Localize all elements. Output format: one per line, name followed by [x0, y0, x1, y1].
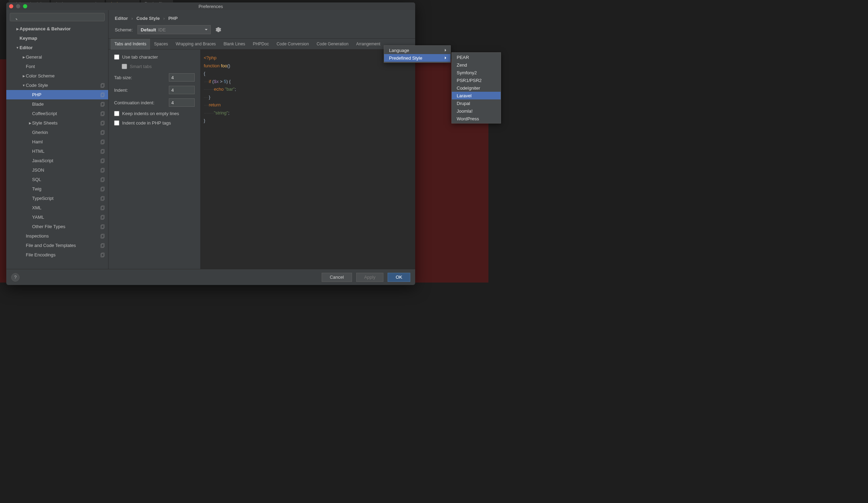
- copy-icon: [100, 130, 105, 135]
- copy-icon: [100, 234, 105, 239]
- continuation-indent-input[interactable]: [169, 98, 195, 107]
- use-tab-checkbox[interactable]: [114, 54, 119, 60]
- cancel-button[interactable]: Cancel: [322, 273, 352, 282]
- sidebar-item-keymap[interactable]: Keymap: [6, 33, 108, 43]
- smart-tabs-label: Smart tabs: [130, 64, 152, 69]
- tab-tabs-and-indents[interactable]: Tabs and Indents: [111, 39, 150, 50]
- chevron-right-icon: ▶: [22, 74, 26, 78]
- scheme-label: Scheme:: [115, 27, 133, 32]
- copy-icon: [100, 121, 105, 126]
- menu-item-laravel[interactable]: Laravel: [452, 92, 501, 99]
- sidebar-item-coffeescript[interactable]: CoffeeScript: [6, 109, 108, 118]
- copy-icon: [100, 102, 105, 107]
- gear-icon[interactable]: [216, 27, 221, 32]
- apply-button[interactable]: Apply: [356, 273, 384, 282]
- menu-item-joomla-[interactable]: Joomla!: [452, 107, 501, 115]
- sidebar-item-appearance-behavior[interactable]: ▶Appearance & Behavior: [6, 24, 108, 33]
- menu-item-codeigniter[interactable]: CodeIgniter: [452, 84, 501, 92]
- maximize-icon[interactable]: [23, 4, 27, 8]
- indent-label: Indent:: [114, 88, 165, 93]
- sidebar-item-javascript[interactable]: JavaScript: [6, 156, 108, 165]
- sidebar-item-yaml[interactable]: YAML: [6, 212, 108, 222]
- tab-code-conversion[interactable]: Code Conversion: [273, 39, 313, 49]
- tab-arrangement[interactable]: Arrangement: [352, 39, 384, 49]
- menu-item-psr1-psr2[interactable]: PSR1/PSR2: [452, 76, 501, 84]
- sidebar-item-code-style[interactable]: ▼Code Style: [6, 81, 108, 90]
- tab-size-input[interactable]: [169, 73, 195, 82]
- copy-icon: [100, 205, 105, 210]
- sidebar-item-inspections[interactable]: Inspections: [6, 231, 108, 241]
- menu-item-zend[interactable]: Zend: [452, 61, 501, 69]
- indent-input[interactable]: [169, 86, 195, 94]
- dialog-title: Preferences: [199, 4, 223, 9]
- sidebar-item-blade[interactable]: Blade: [6, 99, 108, 109]
- sidebar-item-json[interactable]: JSON: [6, 165, 108, 175]
- sidebar-item-typescript[interactable]: TypeScript: [6, 194, 108, 203]
- menu-item-drupal[interactable]: Drupal: [452, 99, 501, 107]
- copy-icon: [100, 83, 105, 88]
- tab-code-generation[interactable]: Code Generation: [313, 39, 352, 49]
- indent-php-label: Indent code in PHP tags: [122, 120, 171, 126]
- close-icon[interactable]: [9, 4, 13, 8]
- sidebar-item-style-sheets[interactable]: ▶Style Sheets: [6, 118, 108, 128]
- chevron-right-icon: ›: [163, 16, 165, 21]
- preferences-dialog: Preferences ▶Appearance & BehaviorKeymap…: [6, 2, 415, 285]
- help-button[interactable]: ?: [11, 273, 20, 281]
- use-tab-label: Use tab character: [122, 54, 158, 60]
- copy-icon: [100, 111, 105, 116]
- window-controls: [9, 4, 27, 8]
- sidebar-item-general[interactable]: ▶General: [6, 52, 108, 62]
- copy-icon: [100, 177, 105, 182]
- minimize-icon[interactable]: [16, 4, 20, 8]
- breadcrumb-code-style[interactable]: Code Style: [136, 16, 160, 21]
- sidebar-item-sql[interactable]: SQL: [6, 175, 108, 184]
- keep-indents-checkbox[interactable]: [114, 111, 119, 116]
- sidebar-item-color-scheme[interactable]: ▶Color Scheme: [6, 71, 108, 81]
- search-input[interactable]: [10, 13, 105, 21]
- sidebar-item-php[interactable]: PHP: [6, 90, 108, 99]
- sidebar-item-file-encodings[interactable]: File Encodings: [6, 250, 108, 260]
- breadcrumb: Editor › Code Style › PHP: [108, 10, 415, 25]
- sidebar-item-file-and-code-templates[interactable]: File and Code Templates: [6, 241, 108, 250]
- sidebar-item-font[interactable]: Font: [6, 62, 108, 71]
- copy-icon: [100, 196, 105, 201]
- menu-item-wordpress[interactable]: WordPress: [452, 115, 501, 122]
- preferences-sidebar: ▶Appearance & BehaviorKeymap▼Editor▶Gene…: [6, 10, 108, 269]
- chevron-down-icon: ▼: [15, 46, 20, 50]
- copy-icon: [100, 158, 105, 163]
- tab-size-label: Tab size:: [114, 75, 165, 80]
- sidebar-item-twig[interactable]: Twig: [6, 184, 108, 194]
- copy-icon: [100, 243, 105, 248]
- sidebar-item-editor[interactable]: ▼Editor: [6, 43, 108, 52]
- sidebar-item-other-file-types[interactable]: Other File Types: [6, 222, 108, 231]
- preferences-tree[interactable]: ▶Appearance & BehaviorKeymap▼Editor▶Gene…: [6, 24, 108, 269]
- copy-icon: [100, 168, 105, 173]
- chevron-down-icon: ▼: [22, 84, 26, 87]
- scheme-select[interactable]: Default IDE: [137, 25, 211, 34]
- set-from-menu[interactable]: LanguagePredefined Style: [384, 45, 451, 63]
- preferences-main: Editor › Code Style › PHP Scheme: Defaul…: [108, 10, 415, 269]
- copy-icon: [100, 140, 105, 144]
- tab-spaces[interactable]: Spaces: [150, 39, 172, 49]
- tab-phpdoc[interactable]: PHPDoc: [249, 39, 273, 49]
- tab-blank-lines[interactable]: Blank Lines: [220, 39, 249, 49]
- sidebar-item-html[interactable]: HTML: [6, 147, 108, 156]
- predefined-style-submenu[interactable]: PEARZendSymfony2PSR1/PSR2CodeIgniterLara…: [451, 52, 501, 123]
- sidebar-item-gherkin[interactable]: Gherkin: [6, 128, 108, 137]
- keep-indents-label: Keep indents on empty lines: [122, 111, 179, 116]
- menu-item-predefined-style[interactable]: Predefined Style: [384, 54, 450, 62]
- menu-item-pear[interactable]: PEAR: [452, 53, 501, 61]
- continuation-indent-label: Continuation indent:: [114, 100, 165, 105]
- tab-wrapping-and-braces[interactable]: Wrapping and Braces: [172, 39, 219, 49]
- sidebar-item-haml[interactable]: Haml: [6, 137, 108, 147]
- breadcrumb-editor[interactable]: Editor: [115, 16, 128, 21]
- menu-item-symfony2[interactable]: Symfony2: [452, 69, 501, 76]
- chevron-right-icon: ▶: [28, 121, 32, 125]
- sidebar-item-xml[interactable]: XML: [6, 203, 108, 212]
- indent-php-checkbox[interactable]: [114, 120, 119, 126]
- ok-button[interactable]: OK: [388, 273, 410, 282]
- chevron-right-icon: ›: [132, 16, 133, 21]
- copy-icon: [100, 187, 105, 192]
- menu-item-language[interactable]: Language: [384, 46, 450, 54]
- chevron-right-icon: ▶: [15, 27, 20, 31]
